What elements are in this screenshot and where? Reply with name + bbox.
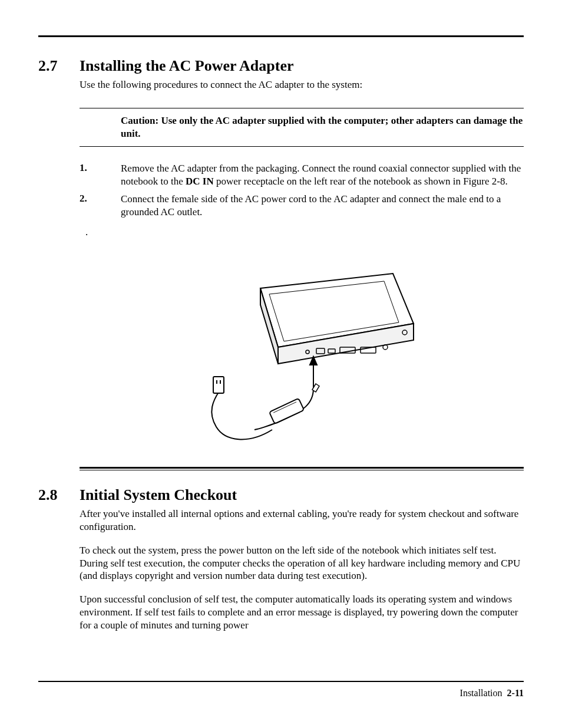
page-footer: Installation 2-11 (460, 688, 524, 699)
footer-label: Installation (460, 688, 503, 698)
double-rule-wrap (80, 467, 524, 469)
step-2: 2. Connect the female side of the AC pow… (80, 193, 524, 219)
top-rule (38, 35, 524, 37)
page: 2.7 Installing the AC Power Adapter Use … (0, 0, 562, 728)
caution-text: Caution: Use only the AC adapter supplie… (121, 114, 524, 140)
caution-box: Caution: Use only the AC adapter supplie… (80, 108, 524, 147)
section-2-8-body: After you've installed all internal opti… (80, 508, 524, 631)
step-1: 1. Remove the AC adapter from the packag… (80, 162, 524, 188)
section-divider-rule (80, 467, 524, 469)
stray-dot: . (85, 226, 524, 238)
page-number: 2-11 (507, 688, 524, 698)
step-text: Connect the female side of the AC power … (121, 193, 524, 219)
step-text-before: Connect the female side of the AC power … (121, 193, 501, 218)
step-number: 1. (80, 162, 121, 188)
step-text: Remove the AC adapter from the packaging… (121, 162, 524, 188)
svg-rect-13 (269, 398, 304, 424)
notebook-adapter-illustration-icon (160, 253, 443, 447)
step-text-after: power receptacle on the left rear of the… (214, 176, 508, 187)
step-list: 1. Remove the AC adapter from the packag… (80, 162, 524, 218)
step-number: 2. (80, 193, 121, 219)
svg-rect-15 (213, 377, 224, 393)
body-paragraph: Upon successful conclusion of self test,… (80, 593, 524, 631)
body-paragraph: After you've installed all internal opti… (80, 508, 524, 533)
section-heading-2-8: 2.8 Initial System Checkout (38, 486, 524, 504)
section-number: 2.7 (38, 57, 80, 75)
section-2-7-body: Use the following procedures to connect … (80, 78, 524, 91)
step-bold: DC IN (186, 176, 214, 187)
body-paragraph: To check out the system, press the power… (80, 544, 524, 582)
bottom-rule (38, 681, 524, 682)
section-title: Initial System Checkout (80, 486, 237, 504)
section-title: Installing the AC Power Adapter (80, 57, 294, 75)
intro-paragraph: Use the following procedures to connect … (80, 78, 524, 91)
section-number: 2.8 (38, 486, 80, 504)
section-heading-2-7: 2.7 Installing the AC Power Adapter (38, 57, 524, 75)
figure-2-8 (80, 244, 524, 456)
